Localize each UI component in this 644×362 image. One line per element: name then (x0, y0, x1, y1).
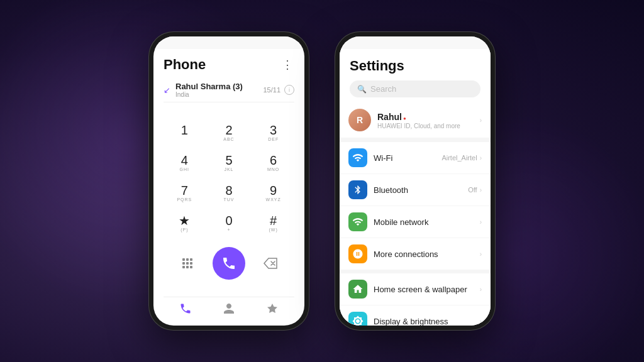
bluetooth-icon (348, 180, 367, 199)
missed-call-icon: ↙ (164, 85, 170, 95)
settings-app: Settings 🔍 Search R Rahul ● (340, 49, 491, 326)
dial-key-6[interactable]: 6MNO (252, 149, 294, 177)
wifi-chevron: › (480, 155, 482, 162)
display-item[interactable]: Display & brightness › (340, 305, 491, 326)
dial-key-star[interactable]: ★(P) (164, 209, 206, 237)
display-icon (348, 312, 367, 326)
phone-right: Settings 🔍 Search R Rahul ● (335, 31, 496, 331)
bluetooth-value: Off (468, 186, 477, 194)
phone-header: Phone ⋮ (164, 57, 294, 73)
dialpad: 1 2ABC 3DEF 4GHI 5JKL 6MNO 7PQRS 8TUV 9W… (164, 109, 294, 297)
dial-key-1[interactable]: 1 (164, 119, 206, 146)
grid-icon-button[interactable] (176, 252, 199, 275)
svg-rect-4 (186, 262, 189, 265)
phone-app: Phone ⋮ ↙ Rahul Sharma (3) India 15/11 i… (153, 49, 304, 326)
dial-key-7[interactable]: 7PQRS (164, 179, 206, 207)
call-info: Rahul Sharma (3) India (175, 82, 263, 98)
calls-icon (179, 302, 192, 315)
svg-rect-0 (182, 258, 185, 261)
dial-key-0[interactable]: 0+ (208, 209, 250, 237)
settings-header: Settings 🔍 Search (340, 49, 491, 102)
svg-rect-7 (186, 266, 189, 268)
avatar: R (348, 109, 371, 131)
wifi-label: Wi-Fi (374, 153, 441, 163)
profile-sub: HUAWEI ID, Cloud, and more (377, 123, 480, 129)
mobile-network-item[interactable]: Mobile network › (340, 206, 491, 238)
svg-rect-6 (182, 266, 185, 268)
call-location: India (175, 91, 263, 98)
bluetooth-label-container: Bluetooth (374, 185, 468, 195)
mobile-network-chevron: › (480, 219, 482, 226)
svg-rect-2 (190, 258, 192, 261)
profile-name: Rahul ● (377, 111, 480, 123)
dial-key-4[interactable]: 4GHI (164, 149, 206, 177)
mobile-network-icon (348, 212, 367, 231)
home-screen-label-container: Home screen & wallpaper (374, 285, 480, 294)
home-screen-label: Home screen & wallpaper (374, 285, 480, 294)
more-connections-label: More connections (374, 250, 480, 259)
status-bar-left (153, 36, 304, 49)
search-placeholder-text: Search (370, 84, 396, 94)
svg-rect-1 (186, 258, 189, 261)
nav-contacts-icon[interactable] (223, 302, 235, 318)
more-connections-item[interactable]: More connections › (340, 238, 491, 270)
nav-calls-icon[interactable] (179, 302, 192, 318)
call-info-icon[interactable]: i (284, 85, 294, 95)
backspace-icon (264, 258, 277, 269)
phone-screen-right: Settings 🔍 Search R Rahul ● (340, 36, 491, 326)
more-connections-chevron: › (480, 251, 482, 258)
phone-title: Phone (164, 57, 206, 73)
bluetooth-item[interactable]: Bluetooth Off › (340, 174, 491, 206)
phone-icon (221, 256, 236, 271)
bluetooth-label: Bluetooth (374, 185, 468, 195)
dial-key-5[interactable]: 5JKL (208, 149, 250, 177)
wifi-value: Airtel_Airtel (441, 154, 477, 162)
nav-favorites-icon[interactable] (266, 302, 279, 318)
dial-key-3[interactable]: 3DEF (252, 119, 294, 146)
display-label: Display & brightness (374, 317, 480, 326)
dial-key-2[interactable]: 2ABC (208, 119, 250, 146)
home-screen-item[interactable]: Home screen & wallpaper › (340, 273, 491, 305)
wifi-item[interactable]: Wi-Fi Airtel_Airtel › (340, 142, 491, 174)
phone-left: Phone ⋮ ↙ Rahul Sharma (3) India 15/11 i… (148, 31, 309, 331)
dial-key-8[interactable]: 8TUV (208, 179, 250, 207)
mobile-network-label: Mobile network (374, 217, 480, 227)
call-button[interactable] (213, 247, 245, 280)
dialpad-grid: 1 2ABC 3DEF 4GHI 5JKL 6MNO 7PQRS 8TUV 9W… (164, 119, 294, 237)
home-screen-chevron: › (480, 286, 482, 293)
dial-key-9[interactable]: 9WXYZ (252, 179, 294, 207)
profile-item[interactable]: R Rahul ● HUAWEI ID, Cloud, and more › (340, 102, 491, 138)
more-connections-label-container: More connections (374, 250, 480, 259)
search-icon: 🔍 (357, 85, 367, 94)
grid-icon (181, 257, 194, 270)
bluetooth-chevron: › (480, 187, 482, 194)
wifi-icon (348, 148, 367, 167)
star-icon (266, 302, 279, 315)
settings-title: Settings (350, 58, 480, 74)
settings-list: R Rahul ● HUAWEI ID, Cloud, and more › (340, 102, 491, 326)
delete-button[interactable] (259, 252, 282, 275)
phones-container: Phone ⋮ ↙ Rahul Sharma (3) India 15/11 i… (148, 31, 496, 331)
more-options-icon[interactable]: ⋮ (282, 59, 294, 70)
contacts-icon (223, 302, 235, 315)
bottom-nav (164, 297, 294, 326)
search-bar[interactable]: 🔍 Search (350, 80, 480, 97)
profile-dot: ● (402, 116, 406, 121)
mobile-network-label-container: Mobile network (374, 217, 480, 227)
dial-key-hash[interactable]: #(W) (252, 209, 294, 237)
display-chevron: › (480, 318, 482, 325)
svg-rect-5 (190, 262, 192, 265)
wifi-label-container: Wi-Fi (374, 153, 441, 163)
call-count: 15/11 (263, 86, 280, 94)
recent-call-item[interactable]: ↙ Rahul Sharma (3) India 15/11 i (164, 78, 294, 102)
connectivity-section: Wi-Fi Airtel_Airtel › (340, 142, 491, 270)
display-section: Home screen & wallpaper › (340, 273, 491, 326)
more-connections-icon (348, 244, 367, 263)
dialpad-bottom (164, 242, 294, 287)
home-screen-icon (348, 280, 367, 299)
chevron-icon: › (480, 117, 482, 124)
svg-rect-3 (182, 262, 185, 265)
phone-screen-left: Phone ⋮ ↙ Rahul Sharma (3) India 15/11 i… (153, 36, 304, 326)
profile-info: Rahul ● HUAWEI ID, Cloud, and more (377, 111, 480, 129)
display-label-container: Display & brightness (374, 317, 480, 326)
